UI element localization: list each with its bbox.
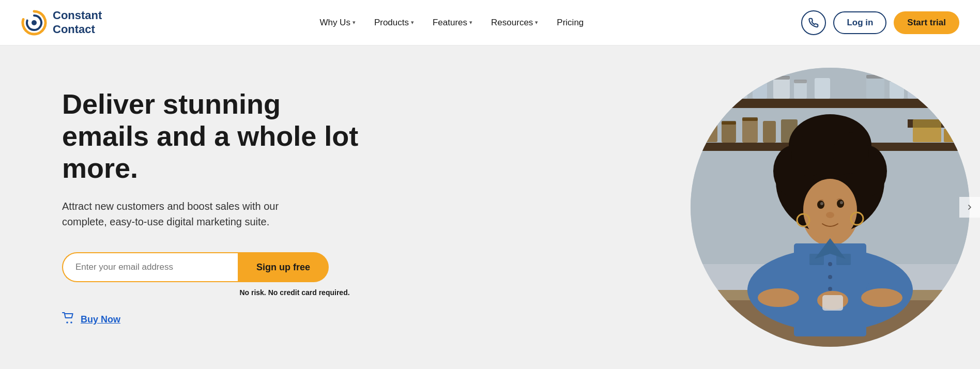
buy-now-link[interactable]: Buy Now	[81, 314, 120, 325]
signup-button[interactable]: Sign up free	[238, 252, 329, 282]
cart-icon	[62, 312, 75, 327]
logo-text: Constant Contact	[53, 9, 102, 36]
svg-rect-25	[908, 76, 924, 80]
signup-row: Sign up free	[62, 252, 362, 282]
svg-rect-72	[691, 68, 970, 347]
logo-icon	[21, 9, 48, 36]
slide-arrow-button[interactable]	[959, 197, 980, 218]
nav-item-products[interactable]: Products ▾	[367, 13, 421, 32]
hero-subtext: Attract new customers and boost sales wi…	[62, 198, 310, 229]
phone-icon	[808, 18, 819, 28]
nav-item-why-us[interactable]: Why Us ▾	[312, 13, 363, 32]
svg-rect-18	[706, 77, 724, 81]
svg-rect-24	[890, 78, 904, 82]
nav-item-features[interactable]: Features ▾	[425, 13, 480, 32]
start-trial-button[interactable]: Start trial	[894, 11, 959, 34]
phone-button[interactable]	[801, 10, 826, 35]
svg-rect-19	[732, 74, 747, 78]
email-input[interactable]	[62, 252, 238, 282]
svg-point-2	[66, 321, 68, 324]
hero-image-circle	[691, 68, 970, 347]
no-risk-text: No risk. No credit card required.	[238, 288, 351, 297]
nav-item-pricing[interactable]: Pricing	[549, 13, 591, 32]
buy-now-row: Buy Now	[62, 312, 362, 327]
hero-image-area	[680, 45, 980, 369]
hero-headline: Deliver stunning emails and a whole lot …	[62, 88, 362, 184]
hero-section: Deliver stunning emails and a whole lot …	[0, 45, 980, 369]
main-nav: Why Us ▾ Products ▾ Features ▾ Resources…	[312, 13, 591, 32]
logo[interactable]: Constant Contact	[21, 9, 102, 36]
chevron-down-icon: ▾	[469, 19, 472, 26]
svg-point-1	[32, 20, 37, 25]
svg-rect-32	[701, 118, 717, 122]
svg-rect-8	[732, 75, 747, 99]
svg-rect-17	[946, 78, 962, 99]
hero-content: Deliver stunning emails and a whole lot …	[62, 88, 382, 327]
chevron-down-icon: ▾	[535, 19, 538, 26]
header: Constant Contact Why Us ▾ Products ▾ Fea…	[0, 0, 980, 45]
chevron-down-icon: ▾	[411, 19, 414, 26]
svg-rect-20	[753, 78, 767, 82]
login-button[interactable]: Log in	[833, 11, 886, 34]
svg-rect-16	[928, 80, 944, 99]
nav-item-resources[interactable]: Resources ▾	[484, 13, 545, 32]
chevron-right-icon	[966, 203, 974, 211]
header-actions: Log in Start trial	[801, 10, 959, 35]
svg-rect-7	[706, 78, 724, 99]
svg-point-3	[70, 321, 72, 324]
chevron-down-icon: ▾	[353, 19, 356, 26]
